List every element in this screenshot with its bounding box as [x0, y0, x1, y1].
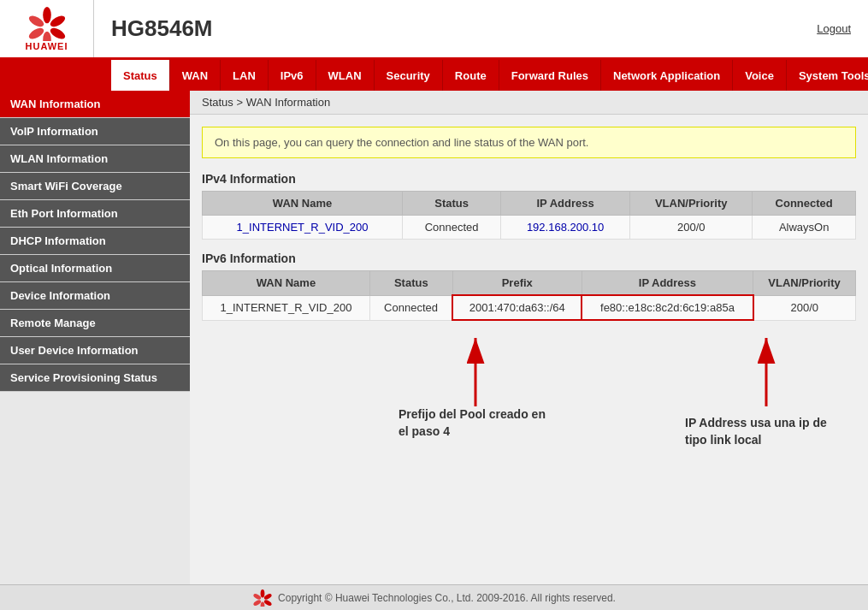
arrow1-svg — [424, 329, 527, 415]
svg-point-12 — [263, 599, 273, 607]
sidebar-item-smart-wifi-coverage[interactable]: Smart WiFi Coverage — [0, 173, 190, 200]
svg-point-2 — [48, 26, 66, 41]
ipv6-col-vlan-priority: VLAN/Priority — [753, 271, 856, 296]
ipv4-col-vlan-priority: VLAN/Priority — [630, 192, 753, 216]
ipv6-table-header-row: WAN Name Status Prefix IP Address VLAN/P… — [203, 271, 856, 296]
ipv4-col-wan-name: WAN Name — [203, 192, 403, 216]
svg-point-14 — [252, 599, 262, 607]
huawei-logo-icon — [27, 7, 68, 41]
ipv6-vlan-priority-cell: 200/0 — [753, 295, 856, 320]
svg-point-11 — [263, 592, 273, 600]
ipv6-col-prefix: Prefix — [452, 271, 582, 296]
info-message: On this page, you can query the connecti… — [202, 127, 856, 158]
nav-voice[interactable]: Voice — [733, 60, 787, 91]
nav-wan[interactable]: WAN — [170, 60, 221, 91]
nav-network-application[interactable]: Network Application — [601, 60, 733, 91]
navbar: Status WAN LAN IPv6 WLAN Security Route … — [0, 60, 868, 91]
logout-button[interactable]: Logout — [817, 22, 851, 35]
ipv4-table: WAN Name Status IP Address VLAN/Priority… — [202, 191, 856, 240]
ipv4-col-ip-address: IP Address — [501, 192, 630, 216]
nav-forward-rules[interactable]: Forward Rules — [499, 60, 601, 91]
sidebar-item-remote-manage[interactable]: Remote Manage — [0, 310, 190, 337]
ipv6-status-cell: Connected — [369, 295, 452, 320]
ipv4-section-title: IPv4 Information — [202, 172, 856, 186]
sidebar-item-dhcp-information[interactable]: DHCP Information — [0, 228, 190, 255]
annotation1-text: Prefijo del Pool creado enel paso 4 — [399, 406, 546, 440]
arrow2-svg — [715, 329, 818, 415]
ipv4-wan-name-cell[interactable]: 1_INTERNET_R_VID_200 — [203, 216, 403, 240]
svg-point-5 — [27, 13, 44, 28]
annotation2-text: IP Address usa una ip detipo link local — [685, 415, 827, 448]
ipv6-prefix-cell: 2001:470:da63::/64 — [452, 295, 582, 320]
ipv4-status-cell: Connected — [403, 216, 501, 240]
breadcrumb: Status > WAN Information — [190, 91, 868, 115]
main-layout: WAN Information VoIP Information WLAN In… — [0, 91, 868, 584]
ipv6-table: WAN Name Status Prefix IP Address VLAN/P… — [202, 270, 856, 321]
ipv6-col-wan-name: WAN Name — [203, 271, 370, 296]
nav-wlan[interactable]: WLAN — [316, 60, 375, 91]
svg-point-1 — [48, 13, 66, 28]
footer: Copyright © Huawei Technologies Co., Ltd… — [0, 584, 868, 610]
sidebar-item-wlan-information[interactable]: WLAN Information — [0, 145, 190, 173]
ipv6-col-status: Status — [369, 271, 452, 296]
nav-system-tools[interactable]: System Tools — [787, 60, 868, 91]
sidebar-item-eth-port-information[interactable]: Eth Port Information — [0, 200, 190, 228]
ipv6-ip-address-cell: fe80::e18c:8c2d:6c19:a85a — [582, 295, 753, 320]
header: HUAWEI HG8546M Logout — [0, 0, 868, 60]
nav-route[interactable]: Route — [443, 60, 499, 91]
ipv4-connected-cell: AlwaysOn — [753, 216, 856, 240]
sidebar-item-voip-information[interactable]: VoIP Information — [0, 118, 190, 145]
ipv6-section-title: IPv6 Information — [202, 252, 856, 265]
huawei-logo-text: HUAWEI — [26, 41, 68, 51]
svg-point-0 — [43, 7, 51, 23]
ipv6-wan-name-cell: 1_INTERNET_R_VID_200 — [203, 295, 370, 320]
ipv4-table-header-row: WAN Name Status IP Address VLAN/Priority… — [203, 192, 856, 216]
sidebar-item-device-information[interactable]: Device Information — [0, 282, 190, 310]
ipv4-ip-address-cell[interactable]: 192.168.200.10 — [501, 216, 630, 240]
ipv4-table-row: 1_INTERNET_R_VID_200 Connected 192.168.2… — [203, 216, 856, 240]
ipv4-col-connected: Connected — [753, 192, 856, 216]
content-inner: On this page, you can query the connecti… — [190, 115, 868, 581]
footer-copyright: Copyright © Huawei Technologies Co., Ltd… — [278, 592, 616, 604]
svg-point-10 — [261, 589, 265, 598]
ipv4-col-status: Status — [403, 192, 501, 216]
content-area: Status > WAN Information On this page, y… — [190, 91, 868, 584]
nav-lan[interactable]: LAN — [221, 60, 269, 91]
device-title: HG8546M — [111, 15, 817, 42]
logo-area: HUAWEI — [9, 0, 94, 57]
footer-logo-icon — [252, 589, 273, 607]
svg-point-15 — [252, 592, 262, 600]
nav-ipv6[interactable]: IPv6 — [269, 60, 316, 91]
svg-point-3 — [43, 31, 51, 40]
sidebar-item-optical-information[interactable]: Optical Information — [0, 255, 190, 282]
sidebar-item-user-device-information[interactable]: User Device Information — [0, 337, 190, 364]
sidebar: WAN Information VoIP Information WLAN In… — [0, 91, 190, 584]
nav-status[interactable]: Status — [111, 60, 170, 91]
ipv6-col-ip-address: IP Address — [582, 271, 753, 296]
nav-security[interactable]: Security — [375, 60, 443, 91]
ipv4-vlan-priority-cell: 200/0 — [630, 216, 753, 240]
annotation-area: Prefijo del Pool creado enel paso 4 IP A… — [202, 329, 856, 569]
sidebar-item-service-provisioning-status[interactable]: Service Provisioning Status — [0, 364, 190, 392]
sidebar-item-wan-information[interactable]: WAN Information — [0, 91, 190, 118]
svg-point-4 — [27, 26, 44, 41]
svg-point-13 — [261, 601, 265, 607]
ipv6-table-row: 1_INTERNET_R_VID_200 Connected 2001:470:… — [203, 295, 856, 320]
